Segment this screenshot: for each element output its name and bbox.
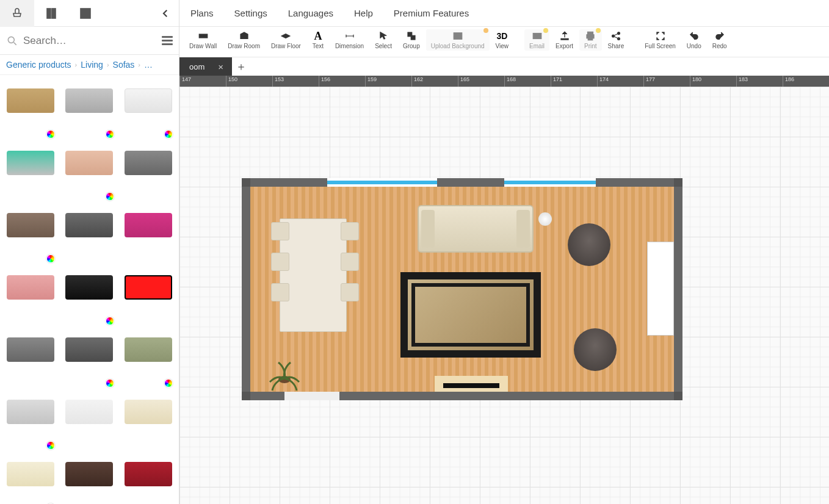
catalog-item[interactable]	[2, 330, 59, 389]
color-wheel-icon[interactable]	[106, 130, 114, 139]
furniture-floor-lamp[interactable]	[538, 212, 552, 226]
catalog-item[interactable]	[2, 206, 59, 264]
color-wheel-icon[interactable]	[106, 317, 114, 325]
tool-undo[interactable]: Undo	[682, 29, 706, 51]
menu-premium[interactable]: Premium Features	[394, 8, 469, 18]
sofa-thumbnail	[65, 88, 113, 113]
catalog-item[interactable]	[120, 455, 176, 504]
catalog-item[interactable]	[61, 330, 117, 389]
furniture-chair[interactable]	[271, 253, 289, 271]
furniture-dining-table[interactable]	[280, 218, 347, 332]
mode-doors[interactable]	[34, 0, 68, 27]
catalog-item[interactable]	[120, 81, 176, 140]
tab-close-icon[interactable]: ×	[218, 62, 223, 72]
catalog-item[interactable]	[2, 392, 59, 451]
tool-draw-floor[interactable]: Draw Floor	[266, 29, 306, 51]
menu-settings[interactable]: Settings	[234, 8, 267, 18]
tab-room[interactable]: oom ×	[179, 57, 232, 76]
mode-furniture[interactable]	[0, 0, 34, 27]
catalog-item[interactable]	[2, 143, 59, 202]
furniture-chair[interactable]	[271, 283, 289, 301]
catalog-item[interactable]	[61, 268, 117, 326]
tool-fullscreen[interactable]: Full Screen	[640, 29, 681, 51]
furniture-tv[interactable]	[443, 383, 499, 388]
canvas[interactable]	[179, 87, 829, 504]
catalog-item[interactable]	[120, 268, 176, 326]
tab-add[interactable]: ＋	[232, 57, 250, 76]
catalog-item[interactable]	[2, 455, 59, 504]
tool-share[interactable]: Share	[603, 29, 629, 51]
window[interactable]	[504, 178, 596, 187]
catalog-item[interactable]	[61, 206, 117, 264]
catalog-item[interactable]	[61, 455, 117, 504]
crumb-more[interactable]: …	[144, 60, 153, 70]
tool-text[interactable]: AText	[307, 29, 329, 51]
tool-3d[interactable]: 3DView	[491, 29, 514, 51]
furniture-armchair[interactable]	[574, 328, 617, 371]
sofa-thumbnail	[125, 337, 172, 362]
sidebar: Generic products› Living› Sofas› …	[0, 0, 179, 504]
tool-draw-room[interactable]: Draw Room	[223, 29, 265, 51]
sofa-thumbnail	[125, 88, 172, 113]
furniture-chair[interactable]	[341, 222, 359, 240]
svg-rect-6	[411, 35, 415, 40]
tool-group[interactable]: Group	[398, 29, 425, 51]
mode-floorplan[interactable]	[68, 0, 103, 27]
catalog-item[interactable]	[61, 81, 117, 140]
svg-rect-1	[52, 9, 56, 18]
catalog-item[interactable]	[120, 392, 176, 451]
catalog-item[interactable]	[120, 206, 176, 264]
color-wheel-icon[interactable]	[106, 192, 114, 201]
color-wheel-icon[interactable]	[46, 130, 55, 139]
tool-upload-background: Upload Background	[426, 29, 490, 51]
catalog-item[interactable]	[2, 81, 59, 140]
svg-rect-0	[47, 9, 51, 18]
furniture-chair[interactable]	[341, 253, 359, 271]
room[interactable]	[242, 178, 682, 400]
sidebar-collapse[interactable]	[152, 0, 179, 27]
catalog-item[interactable]	[61, 143, 117, 202]
sofa-thumbnail	[7, 337, 54, 362]
crumb-sofas[interactable]: Sofas	[113, 60, 135, 70]
sofa-thumbnail	[7, 151, 54, 175]
tool-redo[interactable]: Redo	[708, 29, 732, 51]
toolbar: Draw Wall Draw Room Draw Floor AText Dim…	[179, 27, 829, 57]
furniture-chair[interactable]	[271, 222, 289, 240]
catalog-menu-icon[interactable]	[162, 34, 173, 47]
search-icon	[6, 35, 18, 47]
tool-print: Print	[579, 29, 602, 51]
furniture-rug[interactable]	[400, 272, 541, 358]
catalog-item[interactable]	[2, 268, 59, 326]
tool-draw-wall[interactable]: Draw Wall	[184, 29, 222, 51]
crumb-generic[interactable]: Generic products	[6, 60, 71, 70]
color-wheel-icon[interactable]	[164, 379, 173, 387]
sofa-thumbnail	[7, 275, 54, 300]
tab-title: oom	[189, 62, 205, 71]
window[interactable]	[327, 178, 437, 187]
furniture-sofa[interactable]	[418, 205, 534, 253]
color-wheel-icon[interactable]	[46, 254, 55, 263]
sofa-thumbnail	[65, 462, 113, 486]
furniture-chair[interactable]	[341, 283, 359, 301]
furniture-tv-unit[interactable]	[647, 242, 674, 336]
furniture-armchair[interactable]	[568, 223, 610, 266]
tool-select[interactable]: Select	[370, 29, 397, 51]
menu-plans[interactable]: Plans	[190, 8, 214, 18]
catalog-item[interactable]	[120, 143, 176, 202]
tool-export[interactable]: Export	[551, 29, 578, 51]
catalog-item[interactable]	[61, 392, 117, 451]
breadcrumb: Generic products› Living› Sofas› …	[0, 55, 179, 75]
sofa-thumbnail	[125, 151, 172, 175]
color-wheel-icon[interactable]	[106, 379, 114, 387]
crumb-living[interactable]: Living	[81, 60, 103, 70]
color-wheel-icon[interactable]	[46, 441, 55, 450]
tool-dimension[interactable]: Dimension	[330, 29, 369, 51]
color-wheel-icon[interactable]	[164, 130, 173, 139]
tab-bar: oom × ＋	[179, 57, 829, 76]
menu-help[interactable]: Help	[354, 8, 373, 18]
tool-email: Email	[524, 29, 549, 51]
catalog-item[interactable]	[120, 330, 176, 389]
menu-languages[interactable]: Languages	[288, 8, 333, 18]
search-input[interactable]	[23, 35, 162, 47]
furniture-plant[interactable]	[265, 355, 304, 394]
